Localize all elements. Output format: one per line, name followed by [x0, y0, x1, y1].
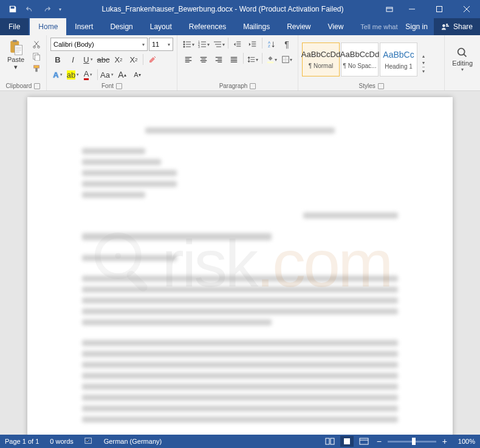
- font-color-button[interactable]: A▾: [81, 68, 95, 81]
- svg-rect-20: [267, 62, 274, 64]
- cut-button[interactable]: [30, 39, 43, 50]
- editing-label: Editing: [452, 59, 473, 67]
- maximize-button[interactable]: [425, 0, 453, 18]
- editing-dropdown[interactable]: Editing ▾: [448, 44, 476, 75]
- share-button[interactable]: Share: [434, 18, 480, 35]
- borders-button[interactable]: ▾: [279, 53, 294, 66]
- qat-customize-button[interactable]: ▾: [56, 1, 64, 17]
- svg-rect-11: [35, 68, 38, 72]
- tab-review[interactable]: Review: [278, 18, 319, 35]
- font-size-dropdown[interactable]: 11▾: [149, 38, 173, 51]
- sort-button[interactable]: AZ: [264, 38, 279, 51]
- multilevel-list-button[interactable]: ▾: [211, 38, 226, 51]
- tab-mailings[interactable]: Mailings: [235, 18, 278, 35]
- svg-point-12: [183, 41, 185, 43]
- show-hide-button[interactable]: ¶: [279, 38, 294, 51]
- paste-button[interactable]: Paste ▾: [4, 38, 28, 72]
- web-layout-button[interactable]: [357, 436, 371, 447]
- zoom-in-button[interactable]: +: [440, 436, 450, 446]
- justify-button[interactable]: [227, 53, 241, 66]
- numbering-button[interactable]: 123▾: [196, 38, 211, 51]
- status-words[interactable]: 0 words: [50, 438, 74, 445]
- svg-rect-30: [360, 438, 368, 444]
- status-page[interactable]: Page 1 of 1: [5, 438, 39, 445]
- svg-rect-27: [326, 438, 329, 444]
- style-name: ¶ No Spac...: [343, 63, 377, 69]
- tab-file[interactable]: File: [0, 18, 29, 35]
- font-size-value: 11: [152, 41, 159, 48]
- line-spacing-button[interactable]: ▾: [245, 53, 260, 66]
- group-styles: AaBbCcDd ¶ Normal AaBbCcDd ¶ No Spac... …: [298, 35, 445, 90]
- align-left-button[interactable]: [181, 53, 196, 66]
- svg-point-2: [442, 24, 445, 27]
- bold-button[interactable]: B: [50, 53, 65, 66]
- styles-launcher[interactable]: [378, 83, 384, 89]
- read-mode-button[interactable]: [323, 436, 337, 447]
- bullets-button[interactable]: ▾: [181, 38, 196, 51]
- shading-button[interactable]: ▾: [264, 53, 279, 66]
- style-normal[interactable]: AaBbCcDd ¶ Normal: [302, 42, 340, 76]
- shrink-font-button[interactable]: A▾: [130, 68, 145, 81]
- tab-insert[interactable]: Insert: [66, 18, 101, 35]
- format-painter-button[interactable]: [30, 63, 43, 74]
- style-no-spacing[interactable]: AaBbCcDd ¶ No Spac...: [341, 42, 379, 76]
- clear-formatting-button[interactable]: [145, 53, 160, 66]
- print-layout-button[interactable]: [340, 436, 354, 447]
- svg-rect-1: [436, 7, 442, 12]
- style-name: Heading 1: [385, 63, 413, 70]
- status-language[interactable]: German (Germany): [104, 438, 162, 445]
- grow-font-button[interactable]: A▴: [115, 68, 129, 81]
- highlight-button[interactable]: ab▾: [66, 68, 80, 81]
- close-button[interactable]: [453, 0, 480, 18]
- italic-button[interactable]: I: [66, 53, 80, 66]
- svg-rect-5: [15, 46, 22, 55]
- status-bar: Page 1 of 1 0 words German (Germany) − +…: [0, 435, 480, 448]
- save-button[interactable]: [5, 1, 21, 17]
- strikethrough-button[interactable]: abc: [96, 53, 111, 66]
- tab-home[interactable]: Home: [30, 18, 66, 35]
- tab-layout[interactable]: Layout: [142, 18, 180, 35]
- align-right-button[interactable]: [211, 53, 226, 66]
- svg-rect-0: [386, 7, 393, 12]
- align-center-button[interactable]: [196, 53, 211, 66]
- zoom-out-button[interactable]: −: [374, 436, 384, 446]
- underline-button[interactable]: U▾: [81, 53, 95, 66]
- document-area[interactable]: risk.com: [0, 91, 480, 435]
- tell-me-search[interactable]: Tell me what you war: [352, 18, 399, 35]
- paragraph-launcher[interactable]: [250, 83, 256, 89]
- undo-button[interactable]: [22, 1, 38, 17]
- change-case-button[interactable]: Aa▾: [100, 68, 114, 81]
- font-launcher[interactable]: [116, 83, 122, 89]
- clipboard-launcher[interactable]: [34, 83, 40, 89]
- zoom-slider[interactable]: [388, 441, 436, 443]
- redo-button[interactable]: [39, 1, 55, 17]
- document-page[interactable]: [27, 97, 453, 435]
- tab-view[interactable]: View: [320, 18, 352, 35]
- increase-indent-button[interactable]: [245, 38, 260, 51]
- zoom-level[interactable]: 100%: [458, 438, 475, 445]
- style-preview: AaBbCcDd: [301, 50, 340, 59]
- styles-more-button[interactable]: ▴▾▾: [419, 42, 428, 76]
- text-effects-button[interactable]: A▾: [50, 68, 65, 81]
- subscript-button[interactable]: X2: [111, 53, 126, 66]
- paragraph-label: Paragraph: [219, 83, 248, 89]
- ribbon-display-button[interactable]: [381, 0, 398, 18]
- superscript-button[interactable]: X2: [126, 53, 141, 66]
- svg-point-13: [183, 44, 185, 46]
- copy-button[interactable]: [30, 51, 43, 62]
- tab-design[interactable]: Design: [101, 18, 141, 35]
- status-proofing-icon[interactable]: [84, 436, 93, 446]
- minimize-button[interactable]: [398, 0, 425, 18]
- styles-label: Styles: [359, 83, 375, 89]
- svg-rect-4: [13, 40, 17, 42]
- tab-references[interactable]: References: [180, 18, 235, 35]
- font-name-value: Calibri (Body): [53, 41, 94, 48]
- quick-access-toolbar: ▾: [0, 1, 64, 17]
- group-editing: Editing ▾: [445, 35, 480, 90]
- style-heading-1[interactable]: AaBbCc Heading 1: [380, 42, 417, 76]
- font-name-dropdown[interactable]: Calibri (Body)▾: [50, 38, 148, 51]
- decrease-indent-button[interactable]: [230, 38, 245, 51]
- svg-rect-10: [34, 66, 39, 68]
- sign-in-button[interactable]: Sign in: [399, 18, 434, 35]
- tell-me-placeholder: Tell me what you war: [360, 23, 399, 30]
